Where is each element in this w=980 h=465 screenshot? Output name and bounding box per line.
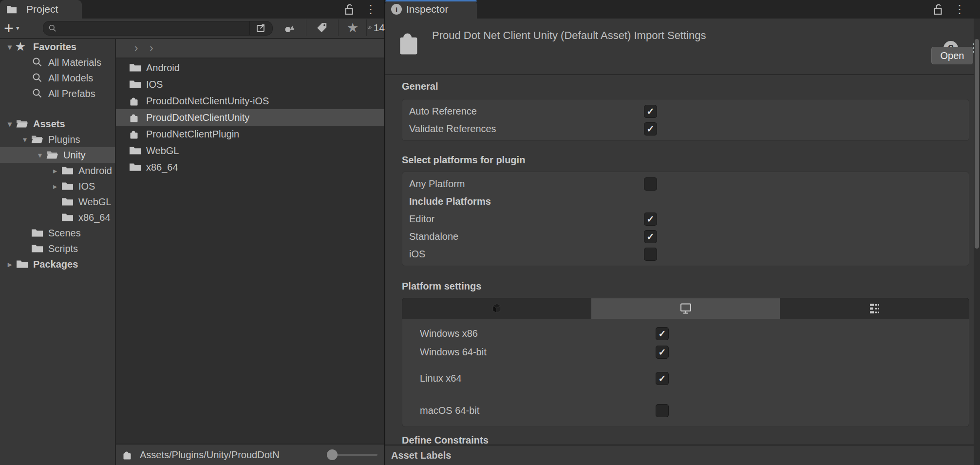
expander-icon[interactable]: [49, 182, 61, 191]
checkbox[interactable]: ✓: [644, 248, 657, 261]
breadcrumb-item[interactable]: [144, 42, 159, 55]
checkbox[interactable]: ✓: [644, 230, 657, 243]
file-row[interactable]: ProudDotNetClientUnity: [116, 109, 384, 126]
plus-icon: +: [4, 20, 14, 35]
expander-icon[interactable]: [4, 260, 16, 269]
inspector-panel: i Inspector ⋮ Proud Dot Net Client Unity…: [385, 0, 980, 465]
checkbox[interactable]: ✓: [656, 372, 669, 385]
tree-item-icon: ★: [61, 212, 74, 223]
tree-item-label: Plugins: [48, 134, 80, 145]
check-icon: ✓: [659, 348, 666, 357]
checkbox[interactable]: ✓: [644, 105, 657, 118]
platform-tab[interactable]: [591, 298, 780, 319]
breadcrumb-item[interactable]: [129, 42, 144, 55]
platform-label: Include Platforms: [409, 196, 491, 207]
platform-row: Editor ✓: [402, 210, 969, 228]
search-field[interactable]: [43, 21, 273, 36]
unlock-icon[interactable]: [932, 3, 944, 16]
platform-setting-row: Linux x64 ✓: [402, 369, 969, 388]
tree-item-label: Android: [78, 165, 112, 176]
platform-tab[interactable]: [780, 298, 969, 319]
open-button[interactable]: Open: [931, 47, 973, 64]
expander-icon[interactable]: [19, 135, 31, 144]
checkbox[interactable]: ✓: [644, 213, 657, 226]
file-name: IOS: [146, 79, 163, 90]
platform-tab[interactable]: [402, 298, 591, 319]
expander-icon[interactable]: [4, 42, 16, 52]
tree-item[interactable]: ★ All Materials: [0, 55, 115, 70]
inspector-menu-kebab-icon[interactable]: ⋮: [954, 3, 965, 15]
platform-tab-icon: [868, 302, 882, 315]
tree-item[interactable]: ★ Android: [0, 163, 115, 178]
filter-by-label-button[interactable]: [307, 19, 337, 37]
hidden-assets-toggle[interactable]: 14: [367, 19, 385, 37]
setting-label: Validate References: [409, 123, 496, 135]
search-scope-icon[interactable]: [249, 21, 272, 35]
platform-settings-box: Windows x86 ✓ Windows 64-bit ✓ Linux x64…: [402, 319, 969, 427]
eye-slash-icon: [367, 22, 372, 34]
tree-item[interactable]: ★ All Prefabs: [0, 86, 115, 101]
tree-item-icon: ★: [31, 243, 44, 254]
setting-row: Validate References ✓: [402, 120, 969, 137]
expander-icon[interactable]: [49, 166, 61, 175]
file-row[interactable]: Android: [116, 59, 384, 76]
folder-icon: [6, 3, 18, 15]
tree-item[interactable]: ★ IOS: [0, 178, 115, 194]
info-icon: i: [391, 4, 402, 15]
checkbox[interactable]: ✓: [644, 177, 657, 191]
file-name: ProudDotNetClientUnity-iOS: [146, 96, 269, 107]
selected-asset-path-bar: Assets/Plugins/Unity/ProudDotN: [116, 444, 384, 465]
scrollbar-thumb[interactable]: [975, 39, 979, 249]
platform-settings-tabs: [402, 298, 969, 319]
check-icon: ✓: [647, 214, 655, 224]
tree-item-icon: ★: [31, 227, 44, 239]
file-row[interactable]: IOS: [116, 76, 384, 93]
tree-item[interactable]: ★ Assets: [0, 116, 115, 132]
add-asset-button[interactable]: + ▾: [4, 19, 19, 36]
project-menu-kebab-icon[interactable]: ⋮: [365, 3, 377, 15]
tree-item-icon: ★: [16, 41, 29, 53]
file-row[interactable]: ProudDotNetClientUnity-iOS: [116, 93, 384, 109]
tree-item[interactable]: ★ All Models: [0, 70, 115, 86]
star-icon: ★: [347, 20, 358, 36]
file-icon: [129, 112, 142, 123]
slider-thumb[interactable]: [327, 449, 338, 460]
checkbox[interactable]: ✓: [644, 122, 657, 136]
platforms-section-title: Select platforms for plugin: [402, 155, 969, 166]
filter-by-type-button[interactable]: [275, 19, 305, 37]
tree-item[interactable]: ★ Packages: [0, 256, 115, 272]
file-row[interactable]: x86_64: [116, 159, 384, 175]
tab-project[interactable]: Project: [0, 0, 82, 19]
inspector-scrollbar[interactable]: [974, 19, 980, 465]
unlock-icon[interactable]: [343, 3, 355, 16]
file-name: ProudNetClientPlugin: [146, 129, 239, 140]
tree-item[interactable]: ★ WebGL: [0, 194, 115, 210]
asset-labels-bar[interactable]: Asset Labels: [385, 445, 980, 465]
search-input[interactable]: [57, 23, 249, 34]
tree-item[interactable]: ★ Unity: [0, 147, 115, 163]
tree-item[interactable]: ★ Plugins: [0, 132, 115, 147]
check-icon: ✓: [647, 124, 655, 134]
tree-item[interactable]: ★ Favorites: [0, 39, 115, 55]
tree-item-icon: ★: [46, 149, 59, 161]
thumbnail-zoom-slider[interactable]: [329, 454, 377, 456]
asset-list-column: Android IOS: [116, 39, 384, 465]
file-row[interactable]: ProudNetClientPlugin: [116, 126, 384, 142]
tree-item[interactable]: ★ x86_64: [0, 210, 115, 225]
tree-item-label: Scenes: [48, 228, 81, 239]
file-row[interactable]: WebGL: [116, 142, 384, 159]
hidden-count: 14: [374, 22, 385, 34]
expander-icon[interactable]: [4, 119, 16, 129]
tab-inspector[interactable]: i Inspector: [385, 0, 477, 19]
checkbox[interactable]: ✓: [656, 404, 669, 417]
general-section-title: General: [402, 81, 969, 92]
tree-item[interactable]: ★ Scripts: [0, 241, 115, 256]
file-icon: [129, 128, 142, 140]
checkbox[interactable]: ✓: [656, 346, 669, 359]
tree-item[interactable]: ★ Scenes: [0, 225, 115, 241]
expander-icon[interactable]: [34, 151, 46, 160]
favorites-star-button[interactable]: ★: [339, 19, 366, 37]
checkbox[interactable]: ✓: [656, 327, 669, 340]
breadcrumb: [116, 39, 384, 58]
file-icon: [129, 95, 142, 107]
